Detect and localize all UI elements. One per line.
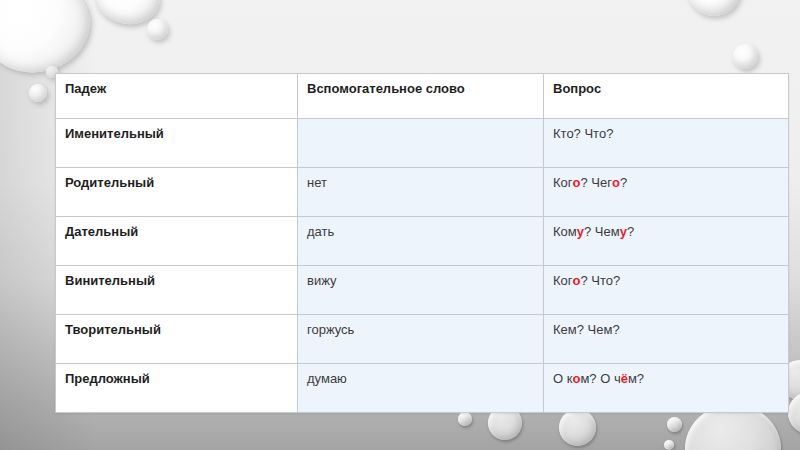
question-text: Кто? Что?: [553, 126, 613, 141]
table-row: Творительный горжусь Кем? Чем?: [56, 315, 789, 364]
question-text: м? О ч: [580, 371, 620, 386]
case-name-cell: Винительный: [56, 266, 298, 315]
helper-word-cell: горжусь: [298, 315, 544, 364]
question-text: ? Чем: [584, 224, 620, 239]
case-name-cell: Предложный: [56, 364, 298, 413]
case-name-cell: Родительный: [56, 168, 298, 217]
highlighted-letter: о: [573, 273, 581, 288]
case-name-cell: Творительный: [56, 315, 298, 364]
column-header-question: Вопрос: [544, 74, 789, 119]
helper-word-cell: нет: [298, 168, 544, 217]
question-text: Ког: [553, 175, 573, 190]
bubble-icon: [664, 440, 674, 450]
bubble-icon: [458, 412, 472, 426]
question-cell: Кого? Чего?: [544, 168, 789, 217]
highlighted-letter: у: [577, 224, 584, 239]
cases-table: Падеж Вспомогательное слово Вопрос Имени…: [55, 73, 789, 413]
question-text: Ком: [553, 224, 577, 239]
highlighted-letter: у: [620, 224, 627, 239]
bubble-icon: [733, 44, 758, 69]
header-row: Падеж Вспомогательное слово Вопрос: [56, 74, 789, 119]
question-cell: Кем? Чем?: [544, 315, 789, 364]
question-text: О к: [553, 371, 572, 386]
bubble-icon: [688, 0, 740, 16]
highlighted-letter: ё: [621, 371, 628, 386]
question-text: Кем? Чем?: [553, 322, 620, 337]
helper-word-cell: вижу: [298, 266, 544, 315]
presentation-slide: Падеж Вспомогательное слово Вопрос Имени…: [0, 0, 800, 450]
question-text: ?: [627, 224, 634, 239]
bubble-icon: [667, 417, 682, 432]
highlighted-letter: о: [573, 175, 581, 190]
helper-word-cell: [298, 119, 544, 168]
question-cell: Кому? Чему?: [544, 217, 789, 266]
question-cell: Кто? Что?: [544, 119, 789, 168]
question-text: ? Что?: [581, 273, 621, 288]
table-row: Дательный дать Кому? Чему?: [56, 217, 789, 266]
case-name-cell: Дательный: [56, 217, 298, 266]
question-text: ?: [620, 175, 627, 190]
bubble-icon: [147, 19, 168, 40]
table-row: Родительный нет Кого? Чего?: [56, 168, 789, 217]
bubble-icon: [29, 84, 47, 102]
question-cell: Кого? Что?: [544, 266, 789, 315]
column-header-case: Падеж: [56, 74, 298, 119]
highlighted-letter: о: [612, 175, 620, 190]
question-cell: О ком? О чём?: [544, 364, 789, 413]
table-row: Предложный думаю О ком? О чём?: [56, 364, 789, 413]
bubble-icon: [559, 409, 596, 446]
question-text: Ког: [553, 273, 573, 288]
table-row: Винительный вижу Кого? Что?: [56, 266, 789, 315]
case-name-cell: Именительный: [56, 119, 298, 168]
helper-word-cell: дать: [298, 217, 544, 266]
bubble-icon: [788, 392, 800, 434]
question-text: ? Чег: [581, 175, 612, 190]
helper-word-cell: думаю: [298, 364, 544, 413]
question-text: м?: [628, 371, 644, 386]
case-table-body: Именительный Кто? Что? Родительный нет К…: [56, 119, 789, 413]
column-header-helper: Вспомогательное слово: [298, 74, 544, 119]
table-row: Именительный Кто? Что?: [56, 119, 789, 168]
